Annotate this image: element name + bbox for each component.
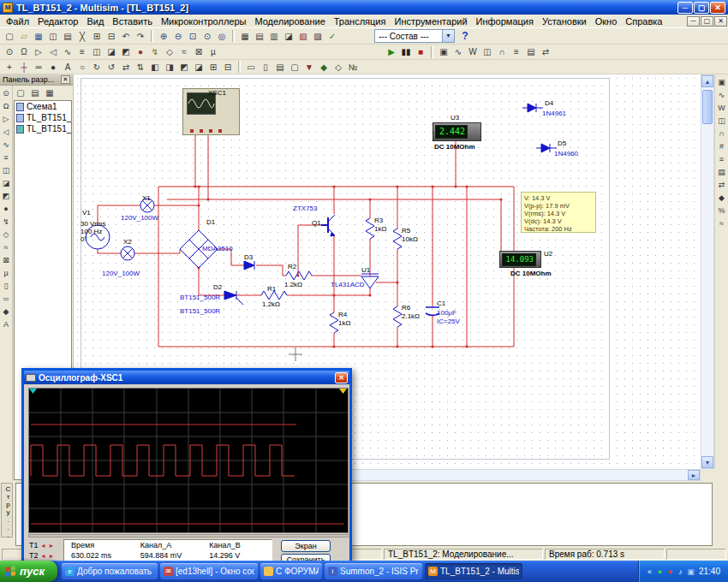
- instrument-bode-plotter-icon[interactable]: ∩: [716, 128, 727, 140]
- group-icon[interactable]: ⊞: [206, 61, 220, 74]
- xsc1-label[interactable]: XSC1: [208, 89, 226, 97]
- u3-multimeter[interactable]: 2.442: [433, 122, 481, 141]
- palette-hierarchical-icon[interactable]: ▯: [1, 280, 12, 292]
- r6-resistor-symbol[interactable]: [393, 306, 402, 327]
- c1-label[interactable]: C1: [437, 300, 445, 307]
- zoom-out-icon[interactable]: ⊖: [171, 30, 185, 43]
- word-generator-icon[interactable]: ≡: [510, 45, 523, 58]
- open-file-icon[interactable]: ▱: [17, 30, 31, 43]
- x2-value[interactable]: 120V_100W: [102, 270, 140, 277]
- palette-ttl-icon[interactable]: ≡: [1, 151, 12, 163]
- palette-diode-icon[interactable]: ▷: [1, 113, 12, 125]
- copy-icon[interactable]: ⊞: [90, 30, 104, 43]
- palette-text-icon[interactable]: A: [1, 318, 12, 330]
- menu-tools[interactable]: Инструментарий: [390, 15, 471, 27]
- scroll-right-icon[interactable]: ►: [688, 470, 700, 480]
- q1-value[interactable]: ZTX753: [293, 205, 317, 212]
- help-icon[interactable]: ?: [458, 30, 472, 43]
- menu-transfer[interactable]: Трансляция: [330, 15, 391, 27]
- scope-t1-row[interactable]: T1 ◄ ►: [29, 541, 54, 549]
- place-basic-icon[interactable]: Ω: [17, 45, 31, 58]
- x1-value[interactable]: 120V_100W: [121, 214, 158, 222]
- logic-converter-icon[interactable]: ⇄: [539, 45, 552, 58]
- scroll-down-icon[interactable]: ▼: [701, 456, 713, 468]
- d3-label[interactable]: D3: [244, 253, 253, 261]
- place-wire-icon[interactable]: ┼: [17, 61, 31, 74]
- u1-value[interactable]: TL431ACD: [331, 281, 365, 288]
- instrument-oscilloscope-icon[interactable]: ◫: [716, 115, 727, 127]
- task-welcome[interactable]: eДобро пожаловать ...: [62, 563, 158, 579]
- multimeter-icon[interactable]: ▣: [437, 45, 451, 58]
- d4-value[interactable]: 1N4961: [542, 110, 566, 117]
- spreadsheet-view-icon[interactable]: ▤: [253, 30, 266, 43]
- menu-mcu[interactable]: Микроконтроллеры: [157, 15, 251, 27]
- zoom-in-icon[interactable]: ⊕: [157, 30, 170, 43]
- place-misc-icon[interactable]: ◇: [163, 45, 176, 58]
- place-misc-digital-icon[interactable]: ◪: [104, 45, 118, 58]
- print-icon[interactable]: ◫: [46, 30, 60, 43]
- measurement-note[interactable]: V: 14.3 V V(p-p): 17.9 mV V(rms): 14.3 V…: [521, 192, 596, 233]
- menu-file[interactable]: Файл: [2, 15, 33, 27]
- zoom-full-icon[interactable]: ◎: [215, 30, 229, 43]
- net-names-icon[interactable]: №: [346, 61, 360, 74]
- close-button[interactable]: ✕: [710, 2, 725, 14]
- update-tray-icon[interactable]: ●: [665, 567, 675, 577]
- function-generator-icon[interactable]: ∿: [451, 45, 465, 58]
- place-mcu-icon[interactable]: µ: [206, 45, 220, 58]
- place-indicator-icon[interactable]: ●: [134, 45, 147, 58]
- d1-label[interactable]: D1: [206, 218, 215, 226]
- x2-lamp-symbol[interactable]: [121, 246, 134, 260]
- task-ed13hell[interactable]: ✉[ed13hell] - Окно соо...: [160, 563, 258, 579]
- q1-label[interactable]: Q1: [312, 219, 321, 227]
- cut-icon[interactable]: ╳: [75, 30, 89, 43]
- hierarchical-block-icon[interactable]: ▯: [259, 61, 272, 74]
- toolbox-open-icon[interactable]: ▤: [28, 86, 42, 99]
- create-component-icon[interactable]: ◪: [282, 30, 295, 43]
- place-diode-icon[interactable]: ▷: [32, 45, 45, 58]
- database-icon[interactable]: ▥: [267, 30, 281, 43]
- instrument-logic-analyzer-icon[interactable]: ▤: [716, 166, 727, 178]
- menu-options[interactable]: Установки: [538, 15, 591, 27]
- align-top-icon[interactable]: ◩: [177, 61, 191, 74]
- scope-screen-button[interactable]: Экран: [281, 540, 331, 552]
- instrument-word-generator-icon[interactable]: ≡: [716, 153, 727, 165]
- comment-icon[interactable]: ▢: [288, 61, 301, 74]
- tree-item-tl-bt151-2-sheet[interactable]: TL_BT151_2: [15, 123, 71, 134]
- t1-right-arrow-icon[interactable]: ►: [48, 543, 54, 549]
- d3-diode-symbol[interactable]: [244, 261, 254, 270]
- menu-window[interactable]: Окно: [591, 15, 622, 27]
- redo-icon[interactable]: ↷: [134, 30, 147, 43]
- menu-reports[interactable]: Информация: [472, 15, 538, 27]
- task-forum[interactable]: С ФОРУМА: [260, 563, 322, 579]
- flip-vertical-icon[interactable]: ⇅: [134, 61, 147, 74]
- volume-tray-icon[interactable]: ♪: [676, 567, 685, 577]
- palette-power-icon[interactable]: ↯: [1, 216, 12, 228]
- c1-value[interactable]: 100µF: [437, 309, 456, 317]
- instrument-spectrum-analyzer-icon[interactable]: ≈: [716, 217, 727, 229]
- zoom-fit-icon[interactable]: ⊙: [200, 30, 214, 43]
- d5-value[interactable]: 1N4960: [554, 150, 578, 157]
- stop-simulation-button[interactable]: ■: [414, 45, 427, 58]
- r3-label[interactable]: R3: [374, 217, 383, 224]
- d4-label[interactable]: D4: [545, 99, 553, 107]
- mdi-close-button[interactable]: ✕: [714, 16, 727, 27]
- d2-value[interactable]: BT151_500R: [180, 294, 220, 301]
- task-isis[interactable]: iSummon_2 - ISIS Pro...: [325, 563, 422, 579]
- u3-label[interactable]: U3: [451, 114, 459, 122]
- erc-check-icon[interactable]: ✓: [325, 30, 339, 43]
- postprocessor-icon[interactable]: ▨: [311, 30, 325, 43]
- logic-analyzer-icon[interactable]: ▤: [524, 45, 538, 58]
- v1-value[interactable]: 0°: [81, 235, 87, 243]
- oscilloscope-titlebar[interactable]: Осциллограф-XSC1 ✕: [24, 371, 349, 384]
- measurement-probe-icon[interactable]: ◆: [317, 61, 331, 74]
- spreadsheet-tab[interactable]: Стру...: [1, 483, 13, 537]
- mdi-restore-button[interactable]: ▢: [701, 16, 713, 27]
- v1-value[interactable]: 100 Hz: [81, 228, 102, 235]
- r4-value[interactable]: 1kΩ: [338, 319, 350, 327]
- r1-value[interactable]: 1.2kΩ: [262, 300, 280, 308]
- r3-resistor-symbol[interactable]: [366, 218, 374, 239]
- align-right-icon[interactable]: ◨: [163, 61, 176, 74]
- place-rf-icon[interactable]: ≈: [177, 45, 191, 58]
- menu-edit[interactable]: Редактор: [33, 15, 82, 27]
- instrument-frequency-counter-icon[interactable]: #: [716, 140, 727, 152]
